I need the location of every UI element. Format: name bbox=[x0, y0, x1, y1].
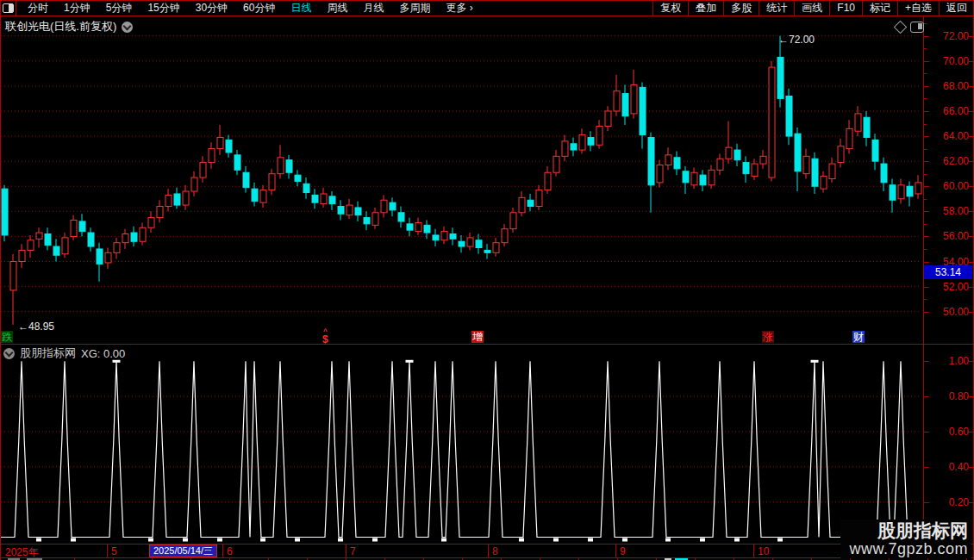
cai-marker: 财 bbox=[852, 331, 865, 343]
candle bbox=[614, 91, 620, 111]
candle bbox=[726, 147, 732, 159]
timeframe-menu: 分时1分钟5分钟15分钟30分钟60分钟日线周线月线多周期更多 › bbox=[20, 1, 481, 16]
timeframe-item[interactable]: 月线 bbox=[355, 1, 391, 16]
charts-canvas bbox=[1, 1, 974, 560]
candle bbox=[441, 232, 447, 240]
candle bbox=[683, 171, 689, 183]
candle bbox=[424, 225, 430, 233]
timeframe-item[interactable]: 60分钟 bbox=[235, 1, 283, 16]
price-tick-label: 62.00 bbox=[924, 155, 969, 167]
candle bbox=[553, 156, 559, 172]
candle bbox=[631, 84, 637, 113]
candlesticks bbox=[2, 36, 921, 325]
action-item[interactable]: 多股 bbox=[723, 1, 759, 16]
timeframe-item[interactable]: 更多 › bbox=[438, 1, 480, 16]
indicator-source: 股朋指标网 bbox=[20, 345, 76, 361]
month-tick bbox=[107, 544, 108, 557]
price-tick-label: 66.00 bbox=[924, 105, 969, 117]
candle bbox=[131, 233, 137, 241]
candle bbox=[79, 221, 85, 232]
action-item[interactable]: 叠加 bbox=[688, 1, 723, 16]
candle bbox=[657, 165, 663, 183]
candle bbox=[838, 146, 844, 163]
action-item[interactable]: 统计 bbox=[759, 1, 794, 16]
candle bbox=[476, 240, 482, 248]
action-item[interactable]: 标记 bbox=[862, 1, 897, 16]
candle bbox=[88, 233, 94, 246]
candle bbox=[260, 190, 266, 203]
candle bbox=[821, 177, 827, 190]
candle bbox=[105, 252, 111, 263]
panel-toggle-icon[interactable] bbox=[910, 22, 924, 33]
candle bbox=[372, 213, 378, 226]
candle bbox=[415, 222, 421, 231]
timeframe-item[interactable]: 分时 bbox=[20, 1, 56, 16]
candle bbox=[562, 141, 568, 156]
timeframe-item[interactable]: 5分钟 bbox=[98, 1, 140, 16]
indicator-tick-label: 0.60 bbox=[924, 426, 969, 438]
chevron-down-icon[interactable] bbox=[122, 22, 133, 33]
candle bbox=[872, 140, 878, 161]
indicator-axis: 1.000.800.600.400.20 bbox=[924, 345, 973, 544]
candle bbox=[140, 227, 146, 241]
candle bbox=[528, 200, 534, 206]
month-label: 9 bbox=[620, 545, 626, 557]
candle bbox=[648, 138, 654, 185]
candle bbox=[269, 174, 275, 190]
candle bbox=[71, 221, 77, 237]
action-menu: 复权叠加多股统计画线F10标记+自选返回 bbox=[652, 1, 974, 16]
action-item[interactable]: 返回 bbox=[939, 1, 974, 16]
candle bbox=[510, 213, 516, 229]
candle bbox=[588, 138, 594, 146]
candle bbox=[97, 249, 103, 264]
action-item[interactable]: 复权 bbox=[652, 1, 688, 16]
timeframe-item[interactable]: 周线 bbox=[319, 1, 355, 16]
watermark-url: www.7gpzb.com bbox=[849, 540, 968, 557]
diamond-icon[interactable] bbox=[894, 21, 908, 34]
candle bbox=[329, 196, 335, 204]
indicator-tick-label: 0.80 bbox=[924, 390, 969, 402]
candle bbox=[226, 140, 232, 152]
chevron-down-icon[interactable] bbox=[3, 348, 15, 359]
action-item[interactable]: 画线 bbox=[794, 1, 829, 16]
candle bbox=[433, 235, 439, 240]
candle bbox=[640, 87, 646, 134]
price-tick-label: 60.00 bbox=[924, 180, 969, 192]
candle bbox=[484, 250, 490, 252]
watermark-site-name: 股朋指标网 bbox=[849, 521, 968, 540]
price-tick-label: 72.00 bbox=[924, 30, 969, 42]
candle bbox=[53, 246, 59, 255]
dollar-marker: ^$ bbox=[322, 330, 329, 342]
candle bbox=[148, 218, 154, 228]
price-tick-label: 56.00 bbox=[924, 230, 969, 242]
window-icon[interactable] bbox=[1, 1, 16, 16]
candle bbox=[2, 189, 8, 235]
candle bbox=[622, 94, 628, 116]
candle bbox=[881, 164, 887, 183]
candle bbox=[243, 172, 249, 187]
timeframe-item[interactable]: 30分钟 bbox=[188, 1, 235, 16]
timeframe-item[interactable]: 15分钟 bbox=[140, 1, 187, 16]
month-label: 5 bbox=[111, 545, 117, 557]
timeframe-item[interactable]: 多周期 bbox=[391, 1, 438, 16]
candle bbox=[795, 134, 801, 171]
month-tick bbox=[615, 544, 616, 557]
month-label: 6 bbox=[227, 545, 233, 557]
xg-line bbox=[1, 361, 921, 537]
timeframe-item[interactable]: 日线 bbox=[283, 1, 319, 16]
action-item[interactable]: F10 bbox=[829, 1, 862, 16]
indicator-tick-label: 0.20 bbox=[924, 496, 969, 508]
candle bbox=[278, 158, 284, 174]
indicator-tick-label: 1.00 bbox=[924, 355, 969, 367]
candle bbox=[786, 96, 792, 137]
action-item[interactable]: +自选 bbox=[897, 1, 939, 16]
candle bbox=[10, 262, 16, 290]
price-tick-label: 58.00 bbox=[924, 205, 969, 217]
candle bbox=[493, 243, 499, 253]
timeframe-item[interactable]: 1分钟 bbox=[56, 1, 98, 16]
xg-zero-markers bbox=[36, 538, 783, 542]
candle bbox=[19, 250, 25, 261]
price-gridlines bbox=[1, 36, 921, 312]
candle bbox=[605, 111, 611, 126]
candle bbox=[347, 205, 353, 215]
